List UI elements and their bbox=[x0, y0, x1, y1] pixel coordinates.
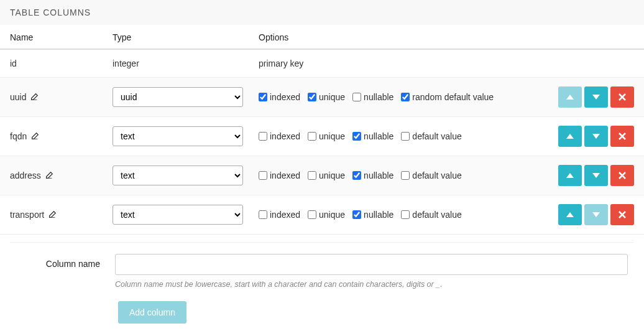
default-checkbox[interactable] bbox=[401, 171, 410, 180]
type-select[interactable]: uuidtextintegerboolean bbox=[113, 126, 243, 146]
chevron-down-icon bbox=[592, 212, 600, 217]
move-down-button[interactable] bbox=[584, 86, 608, 108]
indexed-option[interactable]: indexed bbox=[259, 210, 300, 220]
chevron-down-icon bbox=[592, 173, 600, 178]
move-down-button[interactable] bbox=[584, 165, 608, 186]
column-name: uuid bbox=[10, 92, 26, 102]
chevron-up-icon bbox=[566, 173, 574, 178]
chevron-down-icon bbox=[592, 95, 600, 100]
nullable-checkbox[interactable] bbox=[352, 93, 361, 101]
chevron-down-icon bbox=[592, 134, 600, 139]
indexed-checkbox[interactable] bbox=[259, 171, 267, 180]
nullable-checkbox[interactable] bbox=[352, 210, 361, 219]
unique-checkbox[interactable] bbox=[308, 132, 316, 141]
close-icon bbox=[619, 93, 626, 101]
indexed-option[interactable]: indexed bbox=[259, 170, 300, 180]
unique-option[interactable]: unique bbox=[308, 170, 345, 180]
edit-icon[interactable] bbox=[48, 210, 57, 219]
default-label: random default value bbox=[412, 92, 494, 102]
delete-button[interactable] bbox=[610, 204, 634, 225]
nullable-checkbox[interactable] bbox=[352, 171, 361, 180]
chevron-up-icon bbox=[566, 134, 574, 139]
close-icon bbox=[619, 211, 626, 218]
indexed-option[interactable]: indexed bbox=[259, 131, 300, 141]
table-row: transportuuidtextintegerbooleanindexedun… bbox=[0, 195, 644, 235]
default-label: default value bbox=[412, 131, 461, 141]
column-name-label: Column name bbox=[10, 254, 100, 269]
type-select[interactable]: uuidtextintegerboolean bbox=[113, 87, 243, 107]
indexed-checkbox[interactable] bbox=[259, 132, 267, 141]
indexed-label: indexed bbox=[270, 92, 300, 102]
unique-checkbox[interactable] bbox=[308, 210, 316, 219]
nullable-label: nullable bbox=[364, 210, 393, 220]
unique-label: unique bbox=[319, 210, 345, 220]
indexed-option[interactable]: indexed bbox=[259, 92, 300, 102]
unique-option[interactable]: unique bbox=[308, 210, 345, 220]
close-icon bbox=[619, 172, 626, 179]
default-checkbox[interactable] bbox=[401, 132, 410, 141]
header-options: Options bbox=[249, 25, 644, 49]
type-select[interactable]: uuidtextintegerboolean bbox=[113, 166, 243, 185]
indexed-label: indexed bbox=[270, 170, 300, 180]
unique-option[interactable]: unique bbox=[308, 92, 345, 102]
indexed-label: indexed bbox=[270, 210, 300, 220]
header-name: Name bbox=[0, 25, 103, 49]
move-up-button[interactable] bbox=[558, 126, 582, 147]
column-name: transport bbox=[10, 210, 44, 220]
columns-table: Name Type Options idintegerprimary keyuu… bbox=[0, 25, 644, 235]
default-option[interactable]: default value bbox=[401, 131, 461, 141]
unique-label: unique bbox=[319, 170, 345, 180]
nullable-checkbox[interactable] bbox=[352, 132, 361, 141]
table-row: addressuuidtextintegerbooleanindexeduniq… bbox=[0, 156, 644, 195]
delete-button[interactable] bbox=[610, 126, 634, 147]
nullable-option[interactable]: nullable bbox=[352, 210, 393, 220]
default-checkbox[interactable] bbox=[401, 93, 410, 101]
nullable-label: nullable bbox=[364, 170, 393, 180]
column-name-help: Column name must be lowercase, start wit… bbox=[115, 280, 628, 289]
chevron-up-icon bbox=[566, 212, 574, 217]
unique-checkbox[interactable] bbox=[308, 171, 316, 180]
edit-icon[interactable] bbox=[30, 93, 39, 101]
nullable-option[interactable]: nullable bbox=[352, 131, 393, 141]
delete-button[interactable] bbox=[610, 86, 634, 108]
column-name: id bbox=[0, 49, 103, 78]
nullable-option[interactable]: nullable bbox=[352, 170, 393, 180]
indexed-label: indexed bbox=[270, 131, 300, 141]
column-name-input[interactable] bbox=[115, 254, 628, 275]
close-icon bbox=[619, 133, 626, 140]
default-label: default value bbox=[412, 210, 461, 220]
default-option[interactable]: default value bbox=[401, 170, 461, 180]
chevron-up-icon bbox=[566, 95, 574, 100]
unique-checkbox[interactable] bbox=[308, 93, 316, 101]
nullable-option[interactable]: nullable bbox=[352, 92, 393, 102]
type-select[interactable]: uuidtextintegerboolean bbox=[113, 205, 243, 225]
column-name: fqdn bbox=[10, 131, 27, 141]
default-checkbox[interactable] bbox=[401, 210, 410, 219]
edit-icon[interactable] bbox=[45, 171, 53, 180]
unique-label: unique bbox=[319, 131, 345, 141]
unique-option[interactable]: unique bbox=[308, 131, 345, 141]
column-type: integer bbox=[103, 49, 249, 78]
table-row: idintegerprimary key bbox=[0, 49, 644, 78]
move-up-button[interactable] bbox=[558, 204, 582, 225]
column-options: primary key bbox=[249, 49, 644, 78]
edit-icon[interactable] bbox=[30, 132, 39, 141]
header-type: Type bbox=[103, 25, 249, 49]
move-down-button bbox=[584, 204, 608, 225]
indexed-checkbox[interactable] bbox=[259, 210, 267, 219]
default-option[interactable]: random default value bbox=[401, 92, 494, 102]
delete-button[interactable] bbox=[610, 165, 634, 186]
move-up-button bbox=[558, 86, 582, 108]
nullable-label: nullable bbox=[364, 131, 393, 141]
table-row: fqdnuuidtextintegerbooleanindexeduniquen… bbox=[0, 117, 644, 156]
default-option[interactable]: default value bbox=[401, 210, 461, 220]
section-title: TABLE COLUMNS bbox=[0, 0, 644, 25]
move-up-button[interactable] bbox=[558, 165, 582, 186]
nullable-label: nullable bbox=[364, 92, 393, 102]
default-label: default value bbox=[412, 170, 461, 180]
move-down-button[interactable] bbox=[584, 126, 608, 147]
add-column-button[interactable]: Add column bbox=[118, 301, 186, 324]
column-name: address bbox=[10, 170, 41, 180]
table-row: uuiduuidtextintegerbooleanindexeduniquen… bbox=[0, 78, 644, 117]
indexed-checkbox[interactable] bbox=[259, 93, 267, 101]
